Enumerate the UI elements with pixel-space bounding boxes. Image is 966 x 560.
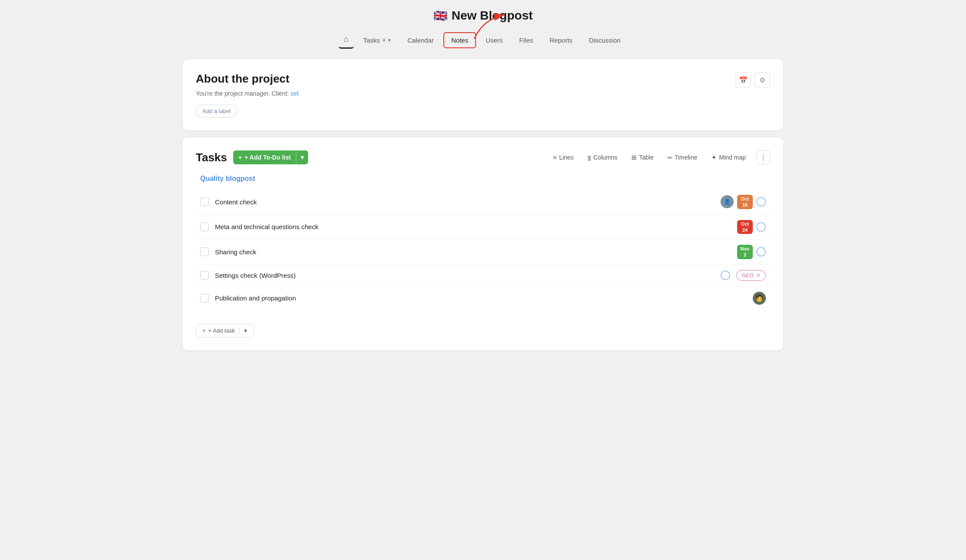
add-task-label: + Add task bbox=[208, 327, 235, 334]
columns-icon: ||| bbox=[587, 154, 590, 161]
task-name: Settings check (WordPress) bbox=[215, 272, 714, 279]
task-item: Meta and technical questions check Oct24 bbox=[196, 215, 770, 240]
tasks-card: Tasks + + Add To-Do list ▾ ≡ Lines bbox=[183, 137, 783, 350]
filter-icon: ≡ bbox=[382, 37, 386, 43]
calendar-icon-button[interactable]: 📅 bbox=[735, 72, 751, 88]
main-nav: ⌂ Tasks ≡ ▾ Calendar Notes Users Files R… bbox=[183, 31, 783, 49]
date-badge: Oct16 bbox=[737, 195, 753, 209]
task-item: Settings check (WordPress) SEO ✕ bbox=[196, 265, 770, 287]
chevron-down-icon: ▾ bbox=[244, 327, 247, 334]
about-subtitle: You're the project manager. Client: set bbox=[196, 90, 299, 97]
tasks-header: Tasks + + Add To-Do list ▾ ≡ Lines bbox=[196, 150, 770, 164]
about-card: About the project You're the project man… bbox=[183, 59, 783, 130]
nav-discussion[interactable]: Discussion bbox=[582, 33, 628, 47]
nav-tasks[interactable]: Tasks ≡ ▾ bbox=[356, 33, 398, 47]
avatar: 👤 bbox=[721, 195, 734, 208]
nav-calendar-label: Calendar bbox=[407, 37, 434, 44]
chevron-down-icon: ▾ bbox=[388, 37, 391, 43]
task-checkbox[interactable] bbox=[200, 247, 209, 256]
task-badges: Nov2 bbox=[737, 245, 766, 259]
nav-files-label: Files bbox=[519, 37, 533, 44]
task-checkbox[interactable] bbox=[200, 294, 209, 303]
mindmap-icon: ✦ bbox=[711, 154, 717, 161]
view-options: ≡ Lines ||| Columns ⊞ Table ═ Timeline ✦ bbox=[550, 150, 770, 164]
nav-reports-label: Reports bbox=[550, 37, 573, 44]
task-item: Sharing check Nov2 bbox=[196, 240, 770, 265]
add-todo-label: + Add To-Do list bbox=[245, 154, 291, 161]
add-todo-main[interactable]: + + Add To-Do list bbox=[233, 150, 296, 164]
timeline-icon: ═ bbox=[667, 154, 672, 161]
nav-notes-label: Notes bbox=[451, 37, 468, 44]
task-badges: 👤 Oct16 bbox=[721, 195, 766, 209]
task-checkbox[interactable] bbox=[200, 197, 209, 206]
seo-label: SEO bbox=[742, 272, 754, 279]
task-section: Quality blogpost Content check 👤 Oct16 M… bbox=[196, 175, 770, 310]
home-icon: ⌂ bbox=[344, 35, 349, 44]
plus-icon: + bbox=[238, 154, 242, 161]
task-badges: 🧑 bbox=[753, 292, 766, 305]
nav-files[interactable]: Files bbox=[512, 33, 540, 47]
avatar: 🧑 bbox=[753, 292, 766, 305]
seo-tag[interactable]: SEO ✕ bbox=[736, 270, 766, 281]
nav-users-label: Users bbox=[486, 37, 503, 44]
calendar-icon: 📅 bbox=[739, 76, 748, 84]
nav-notes[interactable]: Notes bbox=[443, 32, 476, 48]
nav-discussion-label: Discussion bbox=[589, 37, 621, 44]
task-badges bbox=[721, 270, 730, 280]
tasks-title-area: Tasks + + Add To-Do list ▾ bbox=[196, 150, 308, 164]
chevron-down-icon: ▾ bbox=[301, 154, 304, 161]
task-item: Content check 👤 Oct16 bbox=[196, 190, 770, 215]
add-label-button[interactable]: Add a label bbox=[196, 105, 237, 117]
flag-icon: 🇬🇧 bbox=[433, 9, 447, 23]
add-task-dropdown[interactable]: ▾ bbox=[239, 327, 247, 334]
view-columns[interactable]: ||| Columns bbox=[584, 152, 621, 163]
status-circle[interactable] bbox=[756, 222, 766, 232]
task-item: Publication and propagation 🧑 bbox=[196, 287, 770, 310]
nav-reports[interactable]: Reports bbox=[543, 33, 580, 47]
task-checkbox[interactable] bbox=[200, 271, 209, 280]
nav-home[interactable]: ⌂ bbox=[339, 31, 354, 49]
task-name: Sharing check bbox=[215, 248, 731, 256]
nav-users[interactable]: Users bbox=[479, 33, 510, 47]
view-timeline[interactable]: ═ Timeline bbox=[664, 152, 701, 163]
table-icon: ⊞ bbox=[631, 154, 637, 161]
tasks-title: Tasks bbox=[196, 151, 227, 164]
page-header: 🇬🇧 New Blogpost bbox=[183, 9, 783, 23]
task-name: Content check bbox=[215, 198, 714, 206]
about-title: About the project bbox=[196, 72, 299, 86]
add-todo-button[interactable]: + + Add To-Do list ▾ bbox=[233, 150, 308, 164]
date-badge: Nov2 bbox=[737, 245, 753, 259]
status-circle[interactable] bbox=[756, 197, 766, 207]
more-icon: ⋮ bbox=[760, 153, 767, 162]
nav-tasks-label: Tasks bbox=[363, 37, 380, 44]
nav-calendar[interactable]: Calendar bbox=[400, 33, 441, 47]
task-name: Publication and propagation bbox=[215, 294, 747, 302]
plus-icon: + bbox=[202, 327, 206, 334]
task-name: Meta and technical questions check bbox=[215, 223, 731, 230]
status-circle[interactable] bbox=[756, 247, 766, 257]
date-badge: Oct24 bbox=[737, 220, 753, 234]
task-checkbox[interactable] bbox=[200, 223, 209, 231]
about-icons: 📅 ⚙ bbox=[735, 72, 770, 88]
gear-icon: ⚙ bbox=[759, 76, 765, 84]
view-mindmap[interactable]: ✦ Mind map bbox=[708, 152, 749, 163]
page-title: 🇬🇧 New Blogpost bbox=[183, 9, 783, 23]
task-badges: Oct24 bbox=[737, 220, 766, 234]
view-table[interactable]: ⊞ Table bbox=[628, 152, 657, 163]
view-lines[interactable]: ≡ Lines bbox=[550, 152, 577, 163]
more-options-button[interactable]: ⋮ bbox=[756, 150, 770, 164]
task-section-title[interactable]: Quality blogpost bbox=[196, 175, 770, 183]
client-set-link[interactable]: set bbox=[291, 90, 299, 97]
lines-icon: ≡ bbox=[553, 154, 557, 161]
status-circle[interactable] bbox=[721, 270, 730, 280]
add-todo-dropdown[interactable]: ▾ bbox=[296, 150, 308, 164]
close-icon[interactable]: ✕ bbox=[756, 273, 760, 278]
add-task-button[interactable]: + + Add task ▾ bbox=[196, 324, 254, 337]
settings-icon-button[interactable]: ⚙ bbox=[755, 72, 770, 88]
